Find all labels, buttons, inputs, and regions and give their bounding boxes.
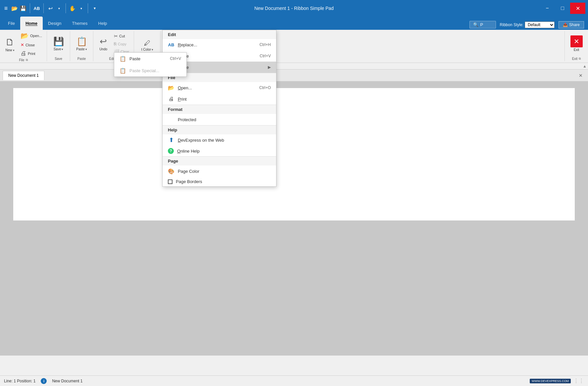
highlight-color-button[interactable]: 🖊 t Color ▾ [139,38,156,53]
menu-section-edit: Edit [163,30,276,39]
window-title: New Document 1 - Ribbon Simple Pad [254,6,334,11]
close-button[interactable]: ✕ [570,3,585,14]
devexpress-web-icon: ⬆ [168,137,174,143]
menu-item-open[interactable]: 📂 Open... Ctrl+O [163,82,276,93]
open-icon[interactable]: 📂 [11,5,18,12]
copy-icon: ⎘ [114,41,117,46]
info-icon[interactable]: i [41,378,47,384]
maximize-button[interactable]: □ [555,3,570,14]
cut-button[interactable]: ✂ Cut [112,33,131,39]
exit-group-label: Exit ⧉ [567,56,585,61]
open-button[interactable]: 📂 Open... [19,31,44,40]
page-borders-icon [168,179,172,184]
title-bar: ≡ 📂 💾 AB ↩ ▾ ✋ ▾ ▾ New Document 1 - Ribb… [0,0,588,17]
print-menu-icon: 🖨 [168,96,174,102]
status-bar: Line: 1 Position: 1 i New Document 1 WWW… [0,375,588,386]
ribbon-scroll-area: ▲ [0,63,588,70]
highlight-icon: 🖊 [144,39,151,47]
ribbon-group-paste-content: 📋 Paste ▾ [74,31,90,56]
separator [88,3,88,13]
color-dropdown-arrow: ▾ [152,48,153,51]
save-floppy-icon: 💾 [53,36,64,47]
menu-section-format: Format [163,105,276,114]
save-icon[interactable]: 💾 [20,5,26,12]
paste-dropdown-arrow: ▾ [85,48,87,51]
edit-sub-buttons: ✂ Cut ⎘ Copy ⬜ Clear [112,33,131,55]
main-content-area [0,81,588,356]
copy-button[interactable]: ⎘ Copy [112,41,131,47]
devexpress-logo: WWW.DEVEXPRESS.COM [530,379,571,383]
tab-themes[interactable]: Themes [67,17,93,30]
exit-content: ✕ Exit [568,31,585,56]
paste-shortcut: Ctrl+V [170,56,181,61]
new-button[interactable]: 🗋 New ▾ [3,35,17,54]
status-right: WWW.DEVEXPRESS.COM ⋮⋮ [530,378,584,384]
scroll-up-icon[interactable]: ▲ [583,64,587,69]
resize-handle[interactable]: ⋮⋮ [573,378,584,384]
share-button[interactable]: 📤 Share [559,21,584,28]
ribbon-group-exit: ✕ Exit Exit ⧉ [565,31,588,61]
paste-icon: 📋 [76,36,87,47]
menu-item-protected[interactable]: Protected [163,114,276,125]
file-sub-buttons: 📂 Open... ✕ Close 🖨 Print [19,31,44,58]
help-circle-icon: ? [168,148,174,154]
doc-tab-main[interactable]: New Document 1 [3,71,44,80]
ribbon-group-save: 💾 Save ▾ Save [47,31,70,61]
status-doc-name: New Document 1 [52,379,82,383]
undo-icon[interactable]: ↩ [47,5,54,12]
open-menu-icon: 📂 [168,84,174,91]
paste-submenu: 📋 Paste Ctrl+V 📋 Paste Special... [114,52,187,77]
replace-icon: AB [168,41,174,48]
undo-dropdown[interactable]: ▾ [56,5,62,12]
save-dropdown-arrow: ▾ [62,48,63,51]
menu-section-page: Page [163,156,276,166]
protected-icon [168,116,174,123]
document-page [13,88,575,220]
separator [66,3,66,13]
ribbon-style-label: Ribbon Style: Default [500,22,555,28]
menu-item-replace[interactable]: AB Replace... Ctrl+H [163,39,276,50]
hand-icon[interactable]: ✋ [69,5,76,12]
more-dropdown[interactable]: ▾ [91,5,98,12]
ribbon-style-select[interactable]: Default [525,22,555,28]
ribbon-group-save-content: 💾 Save ▾ [51,31,67,56]
minimize-button[interactable]: − [540,3,555,14]
exit-button[interactable]: ✕ Exit [568,34,585,53]
submenu-paste-special-icon: 📋 [120,67,126,74]
file-group-label: File ⧉ [3,58,44,63]
tab-home[interactable]: Home [20,17,43,30]
exit-group-expand[interactable]: ⧉ [579,57,581,61]
hand-dropdown[interactable]: ▾ [78,5,84,12]
close-button[interactable]: ✕ Close [19,42,44,48]
close-x-icon: ✕ [21,42,24,47]
ab-icon[interactable]: AB [33,5,40,12]
tab-help[interactable]: Help [93,17,113,30]
file-group-expand[interactable]: ⧉ [26,58,28,62]
paste-button[interactable]: 📋 Paste ▾ [74,35,90,53]
tab-file[interactable]: File [3,17,20,30]
quick-access-toolbar: ≡ 📂 💾 AB ↩ ▾ ✋ ▾ ▾ [3,3,98,13]
menu-item-devexpress[interactable]: ⬆ DevExpress on the Web [163,134,276,146]
open-folder-icon: 📂 [21,32,29,40]
save-button[interactable]: 💾 Save ▾ [51,35,67,53]
doc-close-button[interactable]: ✕ [576,73,585,78]
print-button[interactable]: 🖨 Print [19,49,44,58]
ribbon-tab-row: File Home Design Themes Help 🔍 P Ribbon … [0,17,588,30]
ribbon-body: 🗋 New ▾ 📂 Open... ✕ Close 🖨 Print [0,30,588,63]
menu-item-print[interactable]: 🖨 Print [163,93,276,105]
separator [43,3,44,13]
submenu-paste[interactable]: 📋 Paste Ctrl+V [114,53,186,65]
menu-icon[interactable]: ≡ [3,5,9,12]
window-controls: − □ ✕ [540,3,585,14]
menu-item-online-help[interactable]: ? Online Help [163,146,276,156]
line-position-info: Line: 1 Position: 1 [4,379,35,383]
tab-design[interactable]: Design [43,17,67,30]
menu-item-page-borders[interactable]: Page Borders [163,177,276,186]
undo-button[interactable]: ↩ Undo [96,35,111,53]
ribbon-group-file-content: 🗋 New ▾ 📂 Open... ✕ Close 🖨 Print [3,31,44,58]
submenu-paste-special: 📋 Paste Special... [114,65,186,76]
menu-item-page-color[interactable]: 🎨 Page Color [163,166,276,177]
search-box[interactable]: 🔍 P [469,21,496,28]
print-icon: 🖨 [21,50,26,57]
exit-icon: ✕ [570,35,583,47]
